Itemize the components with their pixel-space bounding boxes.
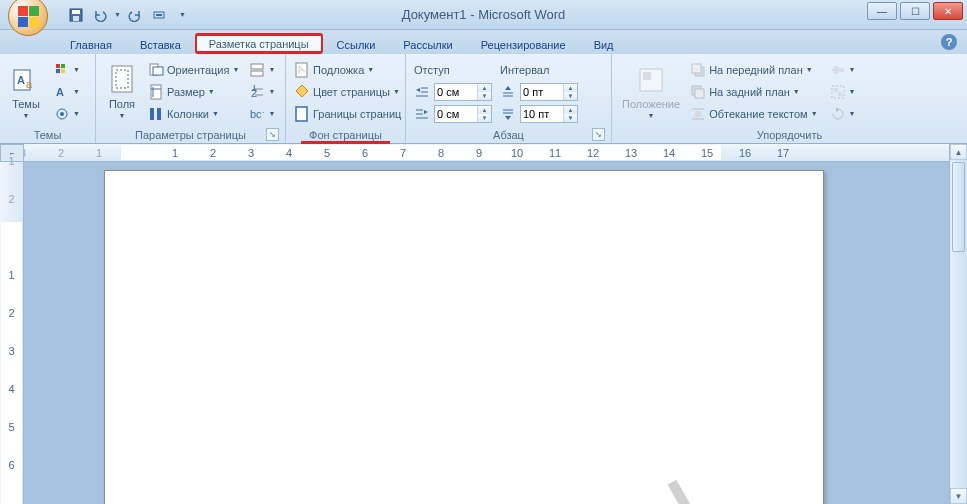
send-back-button: На задний план ▼ (686, 81, 821, 103)
close-button[interactable]: ✕ (933, 2, 963, 20)
chevron-down-icon: ▼ (23, 112, 30, 119)
redo-icon[interactable] (125, 5, 145, 25)
tab-review[interactable]: Рецензирование (467, 35, 580, 54)
svg-rect-45 (692, 64, 701, 73)
spacing-after-spinner[interactable]: ▲▼ (520, 105, 578, 123)
ribbon-tabs: Главная Вставка Разметка страницы Ссылки… (0, 30, 967, 54)
group-page-setup-title: Параметры страницы↘ (100, 127, 281, 143)
paragraph-dialog-launcher[interactable]: ↘ (592, 128, 605, 141)
indent-right-icon (414, 106, 430, 122)
document-workspace: ⌐ 3211234567891011121314151617 12123456 … (0, 144, 967, 504)
svg-rect-11 (61, 69, 65, 73)
maximize-button[interactable]: ☐ (900, 2, 930, 20)
position-button: Положение ▼ (616, 56, 686, 127)
page-color-button[interactable]: Цвет страницы ▼ (290, 81, 405, 103)
svg-point-14 (60, 112, 64, 116)
columns-button[interactable]: Колонки ▼ (144, 103, 243, 125)
hyphenation-button[interactable]: bc⁻▼ (245, 103, 279, 125)
size-button[interactable]: Размер ▼ (144, 81, 243, 103)
rotate-icon (830, 106, 846, 122)
svg-rect-1 (72, 10, 80, 14)
spacing-after-icon (500, 106, 516, 122)
orientation-button[interactable]: Ориентация ▼ (144, 59, 243, 81)
svg-rect-10 (56, 69, 60, 73)
line-numbers-icon: 12 (249, 84, 265, 100)
theme-effects-button[interactable]: ▼ (50, 103, 84, 125)
breaks-button[interactable]: ▼ (245, 59, 279, 81)
group-page-bg-title: Фон страницы (290, 127, 401, 143)
indent-left-spinner[interactable]: ▲▼ (434, 83, 492, 101)
title-bar: ▼ ▼ Документ1 - Microsoft Word — ☐ ✕ (0, 0, 967, 30)
rotate-button: ▼ (826, 103, 860, 125)
tab-home[interactable]: Главная (56, 35, 126, 54)
svg-rect-20 (150, 108, 154, 120)
margins-icon (106, 64, 138, 96)
themes-button[interactable]: Aa Темы ▼ (4, 56, 48, 127)
window-controls: — ☐ ✕ (867, 2, 963, 20)
undo-dropdown-icon[interactable]: ▼ (114, 11, 121, 18)
themes-label: Темы (12, 98, 40, 110)
svg-text:bc⁻: bc⁻ (250, 108, 264, 120)
svg-rect-22 (251, 64, 263, 69)
margins-button[interactable]: Поля ▼ (100, 56, 144, 127)
theme-colors-button[interactable]: ▼ (50, 59, 84, 81)
svg-rect-4 (156, 14, 162, 16)
watermark-button[interactable]: AПодложка ▼ (290, 59, 405, 81)
indent-label: Отступ (414, 64, 474, 76)
spacing-before-spinner[interactable]: ▲▼ (520, 83, 578, 101)
svg-text:A: A (56, 86, 64, 98)
tab-page-layout[interactable]: Разметка страницы (195, 33, 323, 54)
svg-rect-23 (251, 71, 263, 76)
group-paragraph-title: Абзац↘ (410, 127, 607, 143)
theme-fonts-button[interactable]: A▼ (50, 81, 84, 103)
vertical-scrollbar[interactable]: ▲ ▼ (949, 144, 967, 504)
margins-label: Поля (109, 98, 135, 110)
help-icon[interactable]: ? (941, 34, 957, 50)
horizontal-ruler[interactable]: 3211234567891011121314151617 (24, 144, 949, 162)
group-paragraph: Отступ ▲▼ ▲▼ Интервал ▲▼ ▲▼ (406, 54, 612, 143)
group-themes-title: Темы (4, 127, 91, 143)
document-page[interactable]: ОБРАЗЕЦ (104, 170, 824, 504)
document-area[interactable]: ОБРАЗЕЦ (24, 162, 949, 504)
scroll-down-icon[interactable]: ▼ (950, 488, 967, 504)
group-arrange: Положение ▼ На передний план ▼ На задний… (612, 54, 967, 143)
colors-icon (54, 62, 70, 78)
align-icon (830, 62, 846, 78)
scroll-up-icon[interactable]: ▲ (950, 144, 967, 160)
tab-view[interactable]: Вид (580, 35, 628, 54)
line-numbers-button[interactable]: 12▼ (245, 81, 279, 103)
page-borders-button[interactable]: Границы страниц (290, 103, 405, 125)
svg-rect-53 (839, 68, 843, 72)
minimize-button[interactable]: — (867, 2, 897, 20)
group-page-setup: Поля ▼ Ориентация ▼ Размер ▼ Колонки ▼ ▼… (96, 54, 286, 143)
qat-more-icon[interactable] (149, 5, 169, 25)
send-back-icon (690, 84, 706, 100)
indent-right-spinner[interactable]: ▲▼ (434, 105, 492, 123)
tab-references[interactable]: Ссылки (323, 35, 390, 54)
save-icon[interactable] (66, 5, 86, 25)
fonts-icon: A (54, 84, 70, 100)
group-themes: Aa Темы ▼ ▼ A▼ ▼ Темы (0, 54, 96, 143)
qat-customize-icon[interactable]: ▼ (179, 11, 186, 18)
align-button: ▼ (826, 59, 860, 81)
breaks-icon (249, 62, 265, 78)
group-page-background: AПодложка ▼ Цвет страницы ▼ Границы стра… (286, 54, 406, 143)
bring-front-icon (690, 62, 706, 78)
svg-text:a: a (26, 78, 33, 90)
scroll-thumb[interactable] (952, 162, 965, 252)
svg-text:2: 2 (251, 87, 257, 99)
page-setup-dialog-launcher[interactable]: ↘ (266, 128, 279, 141)
text-wrap-button: Обтекание текстом ▼ (686, 103, 821, 125)
tab-mailings[interactable]: Рассылки (389, 35, 466, 54)
vertical-ruler[interactable]: 12123456 (0, 162, 24, 504)
group-arrange-title: Упорядочить (616, 127, 963, 143)
svg-rect-2 (73, 16, 79, 21)
group-objects-button: ▼ (826, 81, 860, 103)
spacing-label: Интервал (500, 64, 560, 76)
page-borders-icon (294, 106, 310, 122)
svg-rect-47 (695, 89, 704, 98)
undo-icon[interactable] (90, 5, 110, 25)
tab-insert[interactable]: Вставка (126, 35, 195, 54)
effects-icon (54, 106, 70, 122)
size-icon (148, 84, 164, 100)
